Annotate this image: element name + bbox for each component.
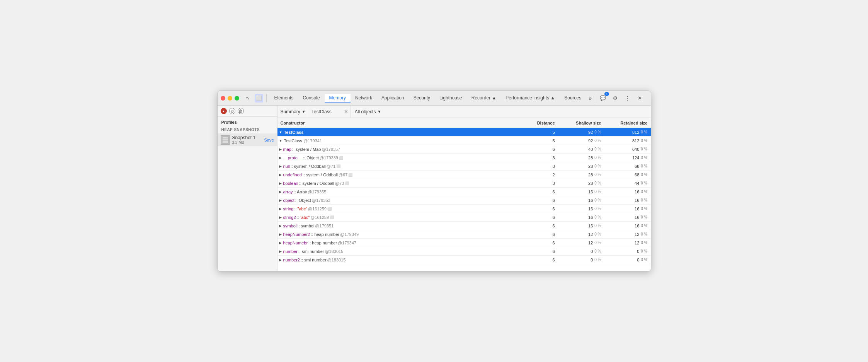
tab-security[interactable]: Security <box>409 94 435 102</box>
expand-arrow-icon: ▶ <box>279 258 282 262</box>
retained-cell: 440 % <box>604 181 651 186</box>
stop-button[interactable]: ⊘ <box>229 108 235 114</box>
close-icon[interactable]: ✕ <box>635 94 645 103</box>
tab-recorder[interactable]: Recorder ▲ <box>467 94 501 102</box>
table-row[interactable]: ▼ TestClass @179341 5 920 % 8120 % <box>277 137 651 145</box>
svg-rect-0 <box>222 137 228 143</box>
more-tabs-button[interactable]: » <box>586 94 594 102</box>
table-row[interactable]: ▼ TestClass 5 920 % 8120 % <box>277 128 651 137</box>
summary-dropdown[interactable]: Summary ▼ <box>277 106 309 118</box>
devtools-right-icons: 💬1 ⚙ ⋮ ✕ <box>595 94 648 103</box>
table-row[interactable]: ▶ array :: Array @179355 6 160 % 160 % <box>277 188 651 196</box>
shallow-cell: 120 % <box>558 232 604 237</box>
heap-snapshots-label: HEAP SNAPSHOTS <box>218 126 277 133</box>
traffic-lights <box>221 96 239 101</box>
tab-memory[interactable]: Memory <box>325 94 351 102</box>
filter-clear-icon[interactable]: ✕ <box>344 109 348 114</box>
minimize-traffic-light[interactable] <box>228 96 232 101</box>
main-area: ● ⊘ 🗑 Profiles HEAP SNAPSHOTS Snapshot 1… <box>218 106 651 271</box>
retained-cell: 160 % <box>604 207 651 211</box>
table-row[interactable]: ▶ string :: "abc" @161259 ⬜ 6 160 % 160 … <box>277 205 651 213</box>
table-row[interactable]: ▶ map :: system / Map @179357 6 400 % 64… <box>277 145 651 154</box>
expand-arrow-icon: ▶ <box>279 207 282 211</box>
record-heap-button[interactable]: ● <box>221 108 227 114</box>
shallow-cell: 00 % <box>558 249 604 254</box>
expand-arrow-icon: ▶ <box>279 241 282 245</box>
tab-elements[interactable]: Elements <box>270 94 298 102</box>
retained-cell: 8120 % <box>604 130 651 135</box>
tab-lighthouse[interactable]: Lighthouse <box>435 94 467 102</box>
distance-cell: 3 <box>527 164 558 169</box>
distance-cell: 3 <box>527 181 558 186</box>
table-row[interactable]: ▶ symbol :: symbol @179351 6 160 % 160 % <box>277 222 651 230</box>
distance-cell: 6 <box>527 258 558 262</box>
snapshot-info: Snapshot 1 3.3 MB <box>232 135 262 145</box>
distance-cell: 6 <box>527 207 558 211</box>
table-row[interactable]: ▶ number :: smi number @183015 6 00 % 00… <box>277 247 651 256</box>
all-objects-dropdown[interactable]: All objects ▼ <box>351 109 385 114</box>
more-options-icon[interactable]: ⋮ <box>623 94 632 103</box>
expand-arrow-icon: ▶ <box>279 249 282 253</box>
snapshot-size: 3.3 MB <box>232 140 262 145</box>
summary-arrow-icon: ▼ <box>302 109 306 114</box>
expand-arrow-icon: ▶ <box>279 147 282 151</box>
shallow-cell: 120 % <box>558 241 604 245</box>
link-icon: ⬜ <box>348 173 352 177</box>
table-row[interactable]: ▶ number2 :: smi number @183015 6 00 % 0… <box>277 256 651 264</box>
tab-performance-insights[interactable]: Performance insights ▲ <box>501 94 560 102</box>
retained-cell: 6400 % <box>604 147 651 152</box>
table-row[interactable]: ▶ string2 :: "abc" @161259 ⬜ 6 160 % 160… <box>277 213 651 222</box>
retained-cell: 1240 % <box>604 155 651 160</box>
retained-cell: 160 % <box>604 198 651 203</box>
table-row[interactable]: ▶ heapNumber2 :: heap number @179349 6 1… <box>277 230 651 239</box>
distance-cell: 6 <box>527 224 558 228</box>
distance-cell: 6 <box>527 215 558 220</box>
header-distance: Distance <box>527 121 558 125</box>
cursor-icon[interactable]: ↖ <box>244 94 252 102</box>
link-icon: ⬜ <box>345 181 349 185</box>
data-table: Constructor Distance Shallow size Retain… <box>277 118 651 271</box>
link-icon: ⬜ <box>339 156 343 160</box>
all-objects-arrow-icon: ▼ <box>377 109 381 114</box>
snapshot-name: Snapshot 1 <box>232 135 262 140</box>
chat-icon[interactable]: 💬1 <box>598 94 608 103</box>
retained-cell: 160 % <box>604 224 651 228</box>
tab-sources[interactable]: Sources <box>560 94 586 102</box>
shallow-cell: 160 % <box>558 215 604 220</box>
tab-network[interactable]: Network <box>351 94 377 102</box>
close-traffic-light[interactable] <box>221 96 225 101</box>
retained-cell: 120 % <box>604 241 651 245</box>
retained-cell: 680 % <box>604 172 651 177</box>
table-row[interactable]: ▶ undefined :: system / Oddball @67 ⬜ 2 … <box>277 171 651 179</box>
shallow-cell: 160 % <box>558 198 604 203</box>
filter-input[interactable] <box>311 109 342 114</box>
expand-arrow-icon: ▶ <box>279 224 282 228</box>
shallow-cell: 920 % <box>558 138 604 143</box>
distance-cell: 5 <box>527 138 558 143</box>
table-row[interactable]: ▶ boolean :: system / Oddball @73 ⬜ 3 28… <box>277 179 651 188</box>
settings-icon[interactable]: ⚙ <box>611 94 620 103</box>
tab-application[interactable]: Application <box>377 94 409 102</box>
inspect-icon[interactable]: ⬜ <box>255 94 263 102</box>
table-row[interactable]: ▶ null :: system / Oddball @71 ⬜ 3 280 %… <box>277 162 651 171</box>
table-row[interactable]: ▶ heapNumebr :: heap number @179347 6 12… <box>277 239 651 247</box>
maximize-traffic-light[interactable] <box>235 96 239 101</box>
snapshot-item[interactable]: Snapshot 1 3.3 MB Save <box>218 133 277 146</box>
expand-arrow-icon: ▼ <box>279 139 283 143</box>
table-row[interactable]: ▶ __proto__ :: Object @179339 ⬜ 3 280 % … <box>277 154 651 162</box>
snapshot-save-button[interactable]: Save <box>264 138 274 142</box>
shallow-cell: 280 % <box>558 164 604 169</box>
expand-arrow-icon: ▶ <box>279 232 282 236</box>
expand-arrow-icon: ▼ <box>279 130 283 134</box>
distance-cell: 6 <box>527 198 558 203</box>
clear-all-button[interactable]: 🗑 <box>238 108 244 114</box>
left-panel: ● ⊘ 🗑 Profiles HEAP SNAPSHOTS Snapshot 1… <box>218 106 277 271</box>
table-row[interactable]: ▶ object :: Object @179353 6 160 % 160 % <box>277 196 651 205</box>
devtools-mode-icons: ↖ ⬜ <box>244 94 267 102</box>
tab-console[interactable]: Console <box>298 94 325 102</box>
header-retained: Retained size <box>604 121 651 125</box>
distance-cell: 6 <box>527 190 558 194</box>
retained-cell: 8120 % <box>604 138 651 143</box>
link-icon: ⬜ <box>327 207 332 211</box>
expand-arrow-icon: ▶ <box>279 164 282 168</box>
